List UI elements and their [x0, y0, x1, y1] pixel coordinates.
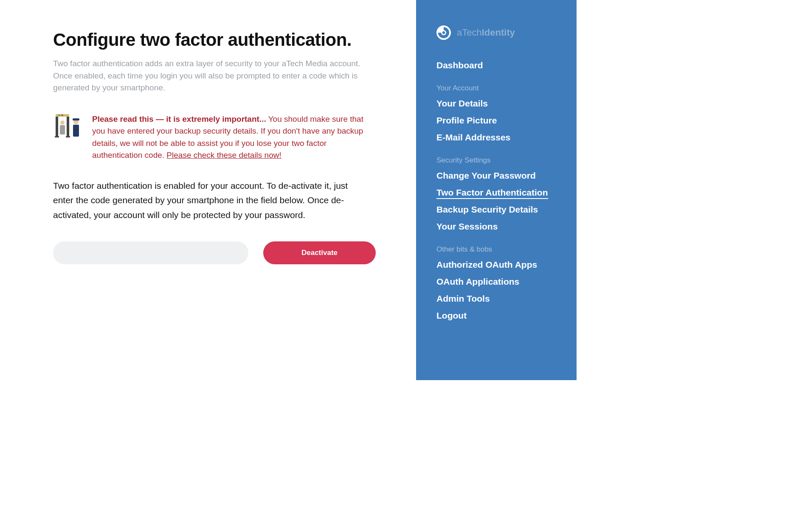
- main-content: Configure two factor authentication. Two…: [0, 0, 416, 380]
- nav-section-security: Security Settings: [436, 156, 577, 165]
- svg-rect-11: [73, 125, 79, 137]
- brand-text: aTechIdentity: [457, 27, 515, 38]
- nav-section-your-account: Your Account: [436, 84, 577, 92]
- brand-prefix: aTech: [457, 27, 482, 38]
- warning-strong: Please read this — it is extremely impor…: [92, 115, 266, 123]
- svg-rect-6: [66, 136, 70, 137]
- sidebar-item-oauth-applications[interactable]: OAuth Applications: [436, 273, 577, 290]
- svg-rect-4: [67, 117, 69, 137]
- sidebar-item-dashboard[interactable]: Dashboard: [436, 57, 577, 74]
- svg-rect-5: [55, 136, 59, 137]
- page-subtitle: Two factor authentication adds an extra …: [53, 58, 363, 94]
- svg-point-14: [442, 31, 445, 34]
- svg-rect-8: [60, 125, 65, 134]
- sidebar: aTechIdentity Dashboard Your Account You…: [416, 0, 577, 380]
- svg-rect-12: [73, 129, 79, 130]
- sidebar-item-email-addresses[interactable]: E-Mail Addresses: [436, 129, 577, 146]
- svg-rect-3: [56, 117, 58, 137]
- sidebar-item-profile-picture[interactable]: Profile Picture: [436, 112, 577, 129]
- svg-rect-10: [73, 118, 79, 120]
- nav-section-other: Other bits & bobs: [436, 245, 577, 254]
- code-input[interactable]: [53, 241, 248, 264]
- body-text: Two factor authentication is enabled for…: [53, 179, 367, 223]
- sidebar-item-authorized-oauth[interactable]: Authorized OAuth Apps: [436, 256, 577, 273]
- warning-block: Please read this — it is extremely impor…: [53, 113, 376, 162]
- deactivate-button[interactable]: Deactivate: [263, 241, 376, 264]
- sidebar-item-admin-tools[interactable]: Admin Tools: [436, 290, 577, 307]
- sidebar-item-logout[interactable]: Logout: [436, 307, 577, 324]
- brand-suffix: Identity: [482, 27, 515, 38]
- page-title: Configure two factor authentication.: [53, 30, 378, 50]
- deactivate-form: Deactivate: [53, 241, 376, 264]
- warning-text: Please read this — it is extremely impor…: [92, 113, 376, 162]
- check-details-link[interactable]: Please check these details now!: [166, 151, 281, 160]
- svg-point-7: [60, 120, 65, 125]
- sidebar-item-backup-security[interactable]: Backup Security Details: [436, 201, 577, 218]
- sidebar-item-your-sessions[interactable]: Your Sessions: [436, 218, 577, 235]
- brand-logo-icon: [436, 25, 451, 40]
- sidebar-item-change-password[interactable]: Change Your Password: [436, 167, 577, 184]
- svg-rect-1: [58, 115, 60, 116]
- security-guard-icon: [53, 113, 83, 139]
- sidebar-item-your-details[interactable]: Your Details: [436, 95, 577, 112]
- sidebar-item-two-factor-auth[interactable]: Two Factor Authentication: [436, 184, 577, 201]
- svg-rect-2: [61, 115, 63, 116]
- brand[interactable]: aTechIdentity: [436, 25, 577, 40]
